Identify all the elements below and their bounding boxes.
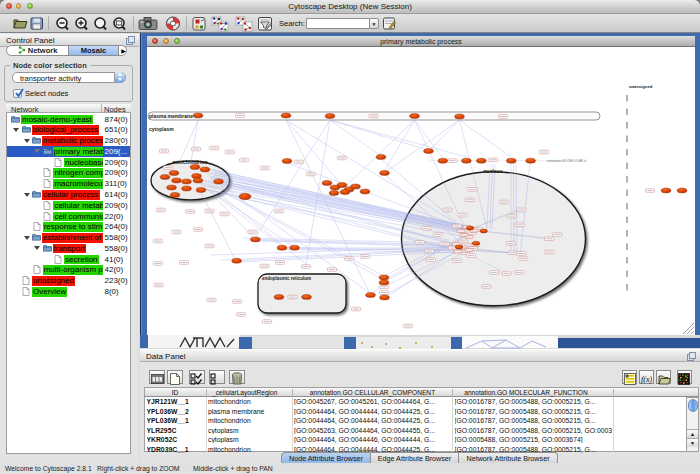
svg-text:nucleus: nucleus bbox=[484, 168, 503, 174]
svg-text:endoplasmic reticulum: endoplasmic reticulum bbox=[262, 276, 311, 281]
svg-text:annotation.GO-CELLULAR-al: annotation.GO-CELLULAR-al bbox=[547, 159, 587, 163]
svg-text:f(x): f(x) bbox=[641, 375, 652, 384]
svg-text:mitochondrion: mitochondrion bbox=[173, 159, 208, 165]
svg-text:plasma membrane: plasma membrane bbox=[149, 113, 193, 119]
svg-text:cytoplasm: cytoplasm bbox=[149, 126, 174, 132]
svg-text:unassigned: unassigned bbox=[629, 84, 653, 89]
